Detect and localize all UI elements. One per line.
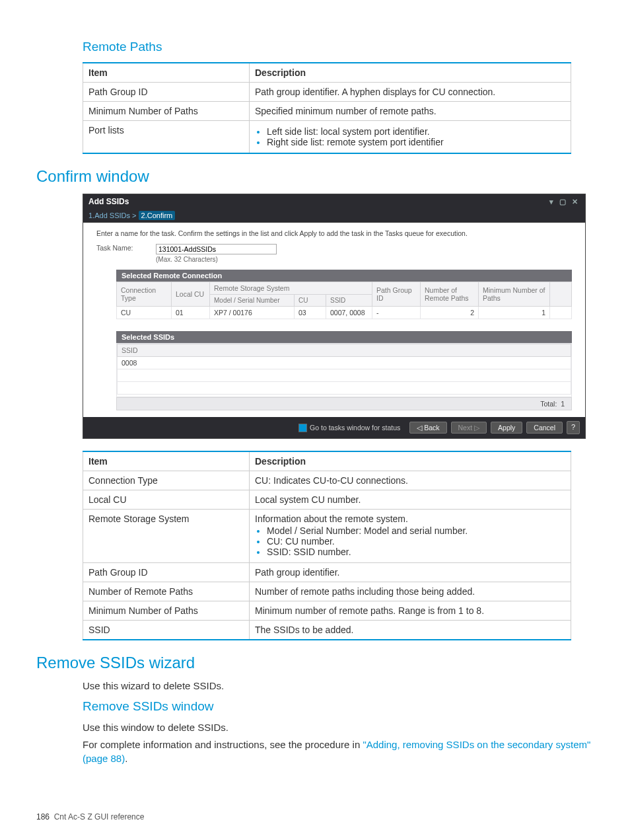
remove-ssids-wizard-text: Use this wizard to delete SSIDs. — [83, 679, 594, 693]
remote-connection-table: Connection Type Local CU Remote Storage … — [116, 282, 572, 319]
table-row: SSID The SSIDs to be added. — [83, 621, 571, 640]
selected-ssids-header: Selected SSIDs — [116, 331, 572, 343]
table-row: Minimum Number of Paths Minimum number o… — [83, 601, 571, 621]
table-row: Path Group ID Path group identifier. A h… — [83, 83, 571, 102]
maximize-icon[interactable]: ▢ — [559, 198, 568, 206]
checkbox-icon — [298, 424, 307, 432]
back-button[interactable]: ◁ Back — [409, 422, 446, 434]
remove-ssids-window-text1: Use this window to delete SSIDs. — [83, 720, 594, 734]
table-row: Minimum Number of Paths Specified minimu… — [83, 102, 571, 121]
remote-paths-heading: Remote Paths — [83, 40, 594, 54]
remote-paths-table: Item Description Path Group ID Path grou… — [83, 62, 571, 154]
confirm-window-table: Item Description Connection Type CU: Ind… — [83, 451, 571, 640]
table-row: Local CU Local system CU number. — [83, 490, 571, 510]
selected-remote-connection-header: Selected Remote Connection — [116, 270, 572, 282]
help-button[interactable]: ? — [567, 421, 580, 434]
table-row: Number of Remote Paths Number of remote … — [83, 582, 571, 601]
col-desc: Description — [250, 451, 571, 471]
cancel-button[interactable]: Cancel — [526, 422, 563, 434]
close-icon[interactable]: ✕ — [572, 198, 580, 206]
col-item: Item — [83, 63, 250, 83]
remove-ssids-window-heading: Remove SSIDs window — [83, 699, 594, 714]
table-row — [118, 382, 571, 395]
table-row: Port lists Left side list: local system … — [83, 121, 571, 154]
ssid-table: SSID 0008 — [117, 344, 571, 395]
confirm-window-heading: Confirm window — [36, 167, 594, 186]
next-button: Next ▷ — [451, 422, 487, 434]
table-row: Path Group ID Path group identifier. — [83, 563, 571, 582]
table-row: CU 01 XP7 / 00176 03 0007, 0008 - 2 1 — [117, 307, 572, 319]
page-footer: 186 Cnt Ac-S Z GUI reference — [36, 812, 144, 821]
apply-button[interactable]: Apply — [491, 422, 522, 434]
confirm-window-screenshot: Add SSIDs ▾ ▢ ✕ 1.Add SSIDs > 2.Confirm … — [83, 194, 586, 439]
task-name-input[interactable] — [156, 244, 277, 254]
total-bar: Total: 1 — [116, 397, 572, 410]
wizard-breadcrumb: 1.Add SSIDs > 2.Confirm — [83, 209, 585, 223]
table-row: Remote Storage System Information about … — [83, 510, 571, 563]
go-to-tasks-checkbox[interactable]: Go to tasks window for status — [298, 424, 400, 432]
col-item: Item — [83, 451, 250, 471]
instruction-text: Enter a name for the task. Confirm the s… — [96, 229, 572, 237]
table-row: Connection Type CU: Indicates CU-to-CU c… — [83, 471, 571, 490]
remove-ssids-window-text2: For complete information and instruction… — [83, 738, 594, 765]
col-desc: Description — [250, 63, 571, 83]
remove-ssids-wizard-heading: Remove SSIDs wizard — [36, 654, 594, 672]
dialog-title: Add SSIDs — [88, 197, 129, 206]
task-name-label: Task Name: — [96, 244, 143, 252]
table-row: 0008 — [118, 357, 571, 369]
filter-icon[interactable]: ▾ — [549, 198, 555, 206]
task-name-hint: (Max. 32 Characters) — [156, 256, 277, 263]
table-row — [118, 369, 571, 382]
